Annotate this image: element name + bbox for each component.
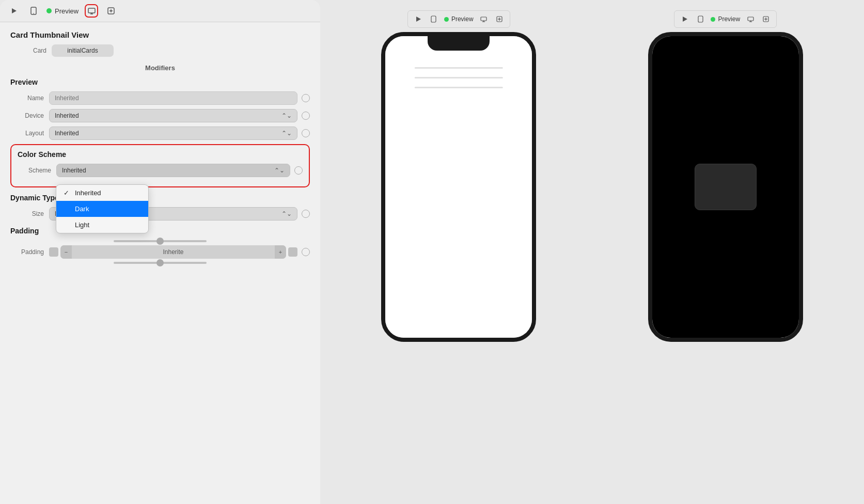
left-panel: Preview Card Thumbnail View Card initial… [0,0,320,504]
padding-label: Padding [10,248,44,256]
mid-monitor-icon[interactable] [479,14,489,24]
modifiers-label: Modifiers [10,64,310,72]
svg-point-2 [33,13,34,14]
svg-rect-19 [748,17,753,21]
size-radio[interactable] [302,210,310,218]
padding-section: Padding Padding − Inherite + [10,227,310,264]
name-field-row: Name [10,91,310,105]
name-radio[interactable] [302,94,310,102]
dynamic-type-section: Dynamic Type Size Inherited ⌃⌄ [10,194,310,220]
scheme-value: Inherited [62,167,86,174]
right-pad-indicator [288,247,297,257]
light-line-3 [415,87,502,88]
svg-marker-0 [12,8,17,13]
dynamic-type-header: Dynamic Type [10,194,310,202]
layout-select[interactable]: Inherited ⌃⌄ [49,127,297,140]
mid-green-dot [444,17,449,22]
dropdown-item-light[interactable]: Light [56,217,148,233]
layout-field-row: Layout Inherited ⌃⌄ [10,127,310,140]
middle-phone-wrapper: Preview [381,10,536,494]
middle-phone-notch [428,36,490,51]
monitor-icon[interactable] [85,4,98,18]
top-slider-row [10,240,310,242]
right-add-icon[interactable] [761,14,771,24]
right-preview-text: Preview [718,15,740,23]
right-preview-label: Preview [711,15,740,23]
preview-section-header: Preview [10,78,310,86]
check-inherited: ✓ [64,189,71,197]
padding-btn-group: − Inherite + [60,245,286,259]
name-label: Name [10,94,44,102]
middle-phone-frame [381,32,536,342]
scheme-field-row: Scheme Inherited ⌃⌄ ✓ Inherited [18,164,303,177]
light-line-1 [415,67,502,69]
preview-label: Preview [55,7,78,15]
bottom-slider-row [10,262,310,264]
device-arrow: ⌃⌄ [281,112,292,119]
light-line-2 [415,77,502,78]
green-dot [46,8,52,13]
device-field-row: Device Inherited ⌃⌄ [10,109,310,122]
bottom-slider-thumb[interactable] [156,259,164,266]
dropdown-label-light: Light [75,221,89,229]
phones-container: Preview [320,0,864,504]
layout-radio[interactable] [302,129,310,137]
top-slider-thumb[interactable] [156,238,164,245]
dropdown-label-dark: Dark [75,205,89,213]
section-title: Card Thumbnail View [10,30,310,39]
dropdown-item-dark[interactable]: Dark [56,201,148,217]
size-label: Size [10,210,44,217]
phone-icon[interactable] [27,4,40,18]
light-lines [415,67,502,88]
color-scheme-header: Color Scheme [18,150,303,159]
dropdown-item-inherited[interactable]: ✓ Inherited [56,185,148,201]
svg-rect-3 [88,8,95,13]
padding-plus-btn[interactable]: + [275,245,286,259]
mid-preview-label: Preview [444,15,474,23]
device-select[interactable]: Inherited ⌃⌄ [49,109,297,122]
padding-control-row: Padding − Inherite + [10,245,310,259]
right-phone-notch [695,36,757,51]
layout-arrow: ⌃⌄ [281,130,292,137]
right-phone-screen [652,36,799,338]
scheme-arrow: ⌃⌄ [274,167,285,174]
size-field-row: Size Inherited ⌃⌄ [10,207,310,220]
mid-add-icon[interactable] [494,14,505,24]
left-pad-indicator [49,247,58,257]
scheme-label: Scheme [18,167,51,174]
right-play-icon[interactable] [680,14,690,24]
dropdown-label-inherited: Inherited [75,189,101,197]
scheme-select[interactable]: Inherited ⌃⌄ [56,164,290,177]
card-value-button[interactable]: initialCards [52,44,114,57]
mid-phone-icon[interactable] [429,14,439,24]
top-slider-track[interactable] [114,240,207,242]
add-panel-icon[interactable] [104,4,118,18]
padding-minus-btn[interactable]: − [60,245,72,259]
right-monitor-icon[interactable] [745,14,756,24]
card-label: Card [10,47,46,54]
color-scheme-section: Color Scheme Scheme Inherited ⌃⌄ ✓ Inher… [10,144,310,187]
middle-phone-screen [385,36,532,338]
svg-rect-11 [481,17,486,21]
layout-label: Layout [10,130,44,137]
card-row: Card initialCards [10,44,310,57]
bottom-slider-track[interactable] [114,262,207,264]
size-arrow: ⌃⌄ [281,210,292,217]
mid-play-icon[interactable] [413,14,423,24]
svg-marker-17 [683,17,687,22]
scheme-dropdown: ✓ Inherited Dark Light [56,184,149,233]
padding-radio[interactable] [302,248,310,256]
mid-preview-text: Preview [451,15,474,23]
right-phone-frame [648,32,803,342]
device-value: Inherited [55,112,79,119]
name-input[interactable] [49,91,297,105]
play-icon[interactable] [7,4,21,18]
device-radio[interactable] [302,112,310,120]
scheme-radio[interactable] [294,166,303,175]
panel-content: Card Thumbnail View Card initialCards Mo… [0,22,320,504]
svg-rect-10 [431,16,436,22]
right-phone-icon[interactable] [695,14,705,24]
svg-marker-9 [416,17,421,22]
preview-indicator: Preview [46,7,78,15]
right-phone-wrapper: Preview [648,10,803,494]
